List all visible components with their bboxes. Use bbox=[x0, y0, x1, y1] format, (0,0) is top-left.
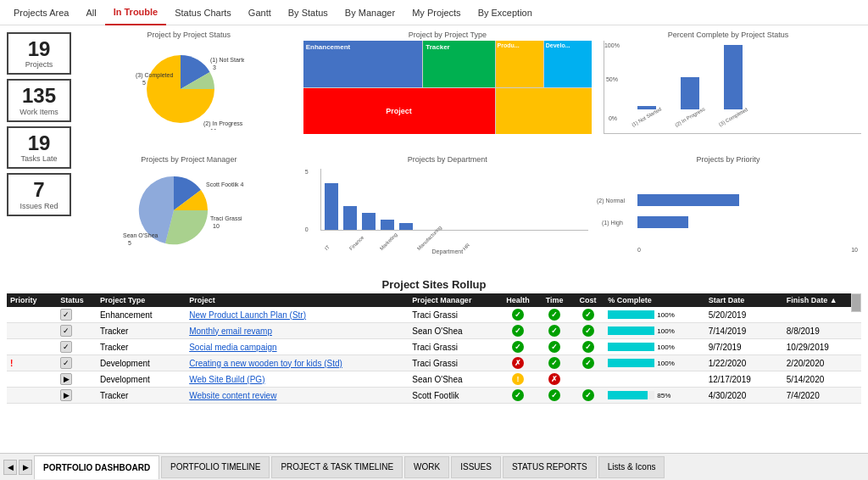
tab-work[interactable]: WORK bbox=[404, 456, 449, 478]
cell-health: ✓ bbox=[498, 339, 538, 355]
cell-priority: ! bbox=[7, 355, 57, 371]
table-section: Project Sites Rollup Priority Status Pro… bbox=[7, 278, 861, 404]
cell-manager: Scott Footlik bbox=[409, 388, 498, 404]
treemap-bottom-right bbox=[496, 88, 592, 135]
stat-tasks-late: 19 Tasks Late bbox=[7, 126, 71, 169]
cell-type: Development bbox=[97, 371, 186, 388]
dept-bar-manufacturing bbox=[381, 220, 394, 230]
col-manager: Project Manager bbox=[409, 293, 498, 307]
cell-time: ✓ bbox=[537, 323, 570, 339]
cell-finish-date bbox=[783, 307, 861, 323]
cell-priority bbox=[7, 339, 57, 355]
cell-status: ✓ bbox=[57, 323, 97, 339]
col-status: Status bbox=[57, 293, 97, 307]
tab-nav-prev[interactable]: ◀ bbox=[3, 460, 17, 475]
chart-type-title: Project by Project Type bbox=[303, 31, 592, 39]
stat-projects: 19 Projects bbox=[7, 32, 71, 75]
issues-red-number: 7 bbox=[10, 179, 68, 201]
main-content: 19 Projects 135 Work Items 19 Tasks Late… bbox=[0, 25, 868, 453]
svg-text:11: 11 bbox=[210, 128, 217, 130]
pct-bar-completed: (3) Completed bbox=[717, 45, 749, 120]
cell-pct-complete: 100% bbox=[604, 339, 704, 355]
pie-chart-manager: Scott Footlik 4 Traci Grassi 10 Sean O'S… bbox=[121, 170, 257, 250]
chart-by-manager: Projects by Project Manager bbox=[78, 155, 300, 277]
svg-text:Sean O'Shea: Sean O'Shea bbox=[123, 232, 159, 238]
table-row: ! ✓ Development Creating a new wooden to… bbox=[7, 355, 861, 371]
issues-red-label: Issues Red bbox=[10, 202, 68, 210]
nav-in-trouble[interactable]: In Trouble bbox=[105, 0, 167, 25]
cell-start-date: 7/14/2019 bbox=[705, 323, 783, 339]
cell-type: Development bbox=[97, 355, 186, 371]
nav-by-status[interactable]: By Status bbox=[280, 0, 337, 25]
cell-project[interactable]: Creating a new wooden toy for kids (Std) bbox=[186, 355, 409, 371]
cell-project[interactable]: New Product Launch Plan (Str) bbox=[186, 307, 409, 323]
cell-finish-date: 7/4/2020 bbox=[783, 388, 861, 404]
cell-project[interactable]: Social media campaign bbox=[186, 339, 409, 355]
tab-portfolio-dashboard[interactable]: PORTFOLIO DASHBOARD bbox=[34, 455, 159, 479]
chart-pct-complete: Percent Complete by Project Status 100% … bbox=[595, 31, 861, 153]
cell-project[interactable]: Monthly email revamp bbox=[186, 323, 409, 339]
tab-nav-next[interactable]: ▶ bbox=[19, 460, 32, 475]
col-cost: Cost bbox=[571, 293, 604, 307]
table-scrollbar[interactable] bbox=[851, 293, 861, 312]
cell-type: Tracker bbox=[97, 323, 186, 339]
tab-lists-icons[interactable]: Lists & Icons bbox=[598, 456, 665, 478]
nav-my-projects[interactable]: My Projects bbox=[403, 0, 469, 25]
cell-manager: Traci Grassi bbox=[409, 339, 498, 355]
cell-health: ✓ bbox=[498, 323, 538, 339]
nav-all[interactable]: All bbox=[77, 0, 104, 25]
table-row: ▶ Tracker Website content review Scott F… bbox=[7, 388, 861, 404]
svg-text:(2) In Progress: (2) In Progress bbox=[203, 120, 243, 127]
svg-text:5: 5 bbox=[142, 80, 146, 86]
cell-finish-date: 8/8/2019 bbox=[783, 323, 861, 339]
cell-priority bbox=[7, 388, 57, 404]
cell-type: Tracker bbox=[97, 339, 186, 355]
tab-project-task-timeline[interactable]: PROJECT & TASK TIMELINE bbox=[271, 456, 403, 478]
table-header: Priority Status Project Type Project Pro… bbox=[7, 293, 861, 307]
pct-bar-in-progress: (2) In Progress bbox=[673, 77, 707, 120]
treemap-product: Produ... bbox=[496, 41, 543, 87]
cell-project[interactable]: Website content review bbox=[186, 388, 409, 404]
nav-status-charts[interactable]: Status Charts bbox=[166, 0, 240, 25]
col-finish: Finish Date ▲ bbox=[783, 293, 861, 307]
cell-cost bbox=[571, 371, 604, 388]
cell-cost: ✓ bbox=[571, 388, 604, 404]
cell-start-date: 12/17/2019 bbox=[705, 371, 783, 388]
col-health: Health bbox=[498, 293, 538, 307]
cell-type: Tracker bbox=[97, 388, 186, 404]
cell-priority bbox=[7, 371, 57, 388]
nav-by-manager[interactable]: By Manager bbox=[337, 0, 403, 25]
table-row: ✓ Tracker Monthly email revamp Sean O'Sh… bbox=[7, 323, 861, 339]
nav-gantt[interactable]: Gantt bbox=[240, 0, 280, 25]
svg-text:3: 3 bbox=[213, 64, 216, 70]
cell-project[interactable]: Web Site Build (PG) bbox=[186, 371, 409, 388]
cell-manager: Traci Grassi bbox=[409, 307, 498, 323]
cell-start-date: 4/30/2020 bbox=[705, 388, 783, 404]
col-start: Start Date bbox=[705, 293, 783, 307]
cell-start-date: 1/22/2020 bbox=[705, 355, 783, 371]
data-table: Priority Status Project Type Project Pro… bbox=[7, 293, 861, 404]
priority-bar-high: (1) High bbox=[637, 216, 858, 228]
nav-projects-area[interactable]: Projects Area bbox=[5, 0, 77, 25]
tab-issues[interactable]: ISSUES bbox=[451, 456, 501, 478]
top-nav: Projects Area All In Trouble Status Char… bbox=[0, 0, 868, 25]
cell-manager: Sean O'Shea bbox=[409, 371, 498, 388]
cell-pct-complete: 100% bbox=[604, 323, 704, 339]
cell-status: ✓ bbox=[57, 355, 97, 371]
table-row: ✓ Enhancement New Product Launch Plan (S… bbox=[7, 307, 861, 323]
tab-status-reports[interactable]: STATUS REPORTS bbox=[503, 456, 597, 478]
cell-pct-complete: 85% bbox=[604, 388, 704, 404]
chart-pct-title: Percent Complete by Project Status bbox=[595, 31, 861, 39]
nav-by-exception[interactable]: By Exception bbox=[470, 0, 541, 25]
tab-portfolio-timeline[interactable]: PORTFOLIO TIMELINE bbox=[161, 456, 270, 478]
cell-health: ✓ bbox=[498, 388, 538, 404]
chart-priority-title: Projects by Priority bbox=[595, 155, 861, 164]
stat-issues-red: 7 Issues Red bbox=[7, 173, 71, 215]
bottom-tabs: ◀ ▶ PORTFOLIO DASHBOARD PORTFOLIO TIMELI… bbox=[0, 453, 868, 480]
svg-text:Traci Grassi: Traci Grassi bbox=[210, 215, 242, 221]
col-project: Project bbox=[186, 293, 409, 307]
cell-finish-date: 2/20/2020 bbox=[783, 355, 861, 371]
col-type: Project Type bbox=[97, 293, 186, 307]
cell-health: ✗ bbox=[498, 355, 538, 371]
treemap-tracker: Tracker bbox=[423, 41, 494, 87]
